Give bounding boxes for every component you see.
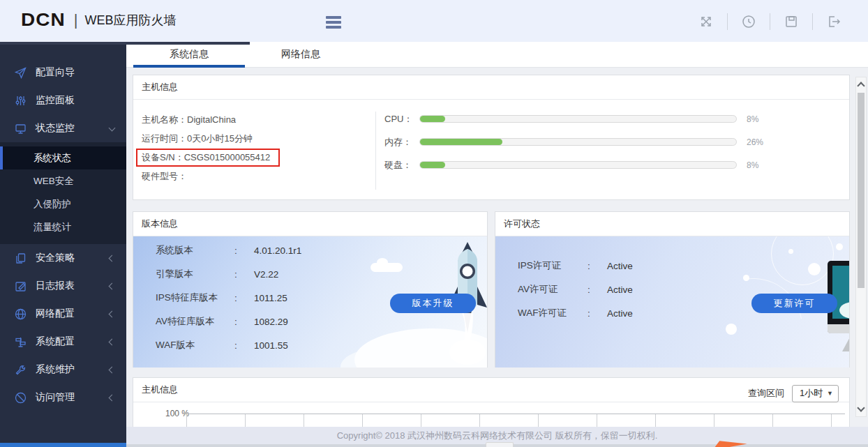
disk-gauge-track	[419, 161, 737, 169]
disk-gauge-fill	[420, 162, 445, 168]
license-panel-title: 许可状态	[495, 212, 849, 236]
license-status-panel: 许可状态 IPS许可证:Active AV许可证:Active WAF许可证:A…	[495, 211, 850, 368]
host-field-serial: 设备S/N：CSGS015000055412	[142, 148, 280, 167]
tab-system-info[interactable]: 系统信息	[133, 42, 245, 68]
host-info-panel: 主机信息 主机名称：DigitalChina 运行时间：0天0小时15分钟 设备…	[133, 75, 850, 200]
chevron-down-icon	[109, 125, 116, 132]
sidebar-item-system-maintenance[interactable]: 系统维护	[0, 356, 126, 384]
sidebar-subitem-intrusion-prevention[interactable]: 入侵防护	[0, 192, 126, 215]
dcn-logo: DCN	[21, 10, 66, 30]
disk-percent: 8%	[747, 160, 758, 170]
header-dark-notch	[0, 42, 250, 45]
memory-percent: 26%	[747, 137, 763, 147]
chevron-left-icon	[109, 255, 116, 262]
cpu-percent: 8%	[747, 114, 758, 124]
edit-icon	[15, 280, 27, 292]
y-axis-top-label: 100 %	[165, 409, 189, 418]
chevron-left-icon	[109, 367, 116, 374]
version-info-panel: 版本信息 系统版本:4.01.20.1r1 引擎版本:V2.22 IPS特征库版…	[133, 211, 488, 368]
host-chart-title: 主机信息	[142, 384, 178, 395]
sidebar-subitem-traffic-stats[interactable]: 流量统计	[0, 215, 126, 238]
icon-divider	[812, 13, 813, 30]
status-submenu: 系统状态 WEB安全 入侵防护 流量统计	[0, 142, 126, 244]
dot-decoration	[836, 243, 843, 250]
sidebar-item-system-config[interactable]: 系统配置	[0, 328, 126, 356]
sidebar: 配置向导 监控面板 状态监控 系统状态 WEB安全 入侵防护 流量统计 安全策略	[0, 42, 126, 447]
sidebar-item-label: 安全策略	[36, 252, 75, 264]
version-panel-title: 版本信息	[133, 212, 487, 236]
monitor-icon	[15, 123, 27, 135]
signpost-icon	[15, 336, 27, 348]
wrench-icon	[15, 364, 27, 376]
sidebar-item-label: 配置向导	[36, 66, 75, 79]
sidebar-item-security-policy[interactable]: 安全策略	[0, 244, 126, 272]
version-row: 引擎版本:V2.22	[133, 262, 487, 286]
interval-selected-value: 1小时	[800, 381, 827, 405]
clock-icon[interactable]	[741, 14, 756, 29]
sidebar-item-label: 访问管理	[36, 391, 75, 404]
logout-icon[interactable]	[826, 14, 841, 29]
sidebar-item-status-monitoring[interactable]: 状态监控	[0, 114, 126, 142]
sidebar-item-log-reports[interactable]: 日志报表	[0, 272, 126, 300]
icon-divider	[727, 13, 728, 30]
memory-gauge: 内存： 26%	[384, 130, 763, 153]
sidebar-item-access-management[interactable]: 访问管理	[0, 384, 126, 411]
version-row: WAF版本:1001.55	[133, 333, 487, 357]
sidebar-item-label: 网络配置	[36, 308, 75, 320]
save-icon[interactable]	[784, 14, 799, 29]
sidebar-item-label: 日志报表	[36, 280, 75, 292]
interval-select[interactable]: 1小时 ▼	[792, 385, 839, 402]
scroll-down-icon[interactable]	[857, 404, 865, 411]
version-row: 系统版本:4.01.20.1r1	[133, 238, 487, 262]
sidebar-item-monitor-panel[interactable]: 监控面板	[0, 86, 126, 114]
chevron-left-icon	[109, 311, 116, 318]
version-row: AV特征库版本:1082.29	[133, 310, 487, 333]
tab-bar: 系统信息 网络信息	[126, 42, 868, 68]
host-fields: 主机名称：DigitalChina 运行时间：0天0小时15分钟 设备S/N：C…	[142, 110, 280, 185]
prohibit-icon	[15, 392, 27, 404]
hamburger-menu-icon[interactable]	[326, 16, 341, 31]
sidebar-item-label: 系统维护	[36, 363, 75, 376]
sidebar-subitem-web-security[interactable]: WEB安全	[0, 169, 126, 192]
globe-icon	[15, 308, 27, 320]
bottom-strip-blue	[0, 443, 126, 447]
icon-divider	[770, 13, 770, 30]
host-field-name: 主机名称：DigitalChina	[142, 110, 280, 129]
host-field-uptime: 运行时间：0天0小时15分钟	[142, 129, 280, 148]
paper-plane-icon	[15, 67, 27, 79]
scrollbar-thumb[interactable]	[858, 93, 865, 288]
vertical-scrollbar[interactable]	[855, 77, 867, 417]
sidebar-item-network-config[interactable]: 网络配置	[0, 300, 126, 328]
resource-gauges: CPU： 8% 内存： 26% 硬盘： 8%	[384, 107, 763, 176]
cpu-gauge-fill	[420, 116, 445, 122]
arrange-arrows-icon[interactable]	[698, 14, 714, 29]
version-upgrade-button[interactable]: 版本升级	[390, 294, 476, 313]
monitor-stand-illustration	[842, 333, 849, 351]
brand: DCN | WEB应用防火墙	[21, 9, 176, 31]
sidebar-item-label: 监控面板	[36, 94, 75, 107]
license-row: IPS许可证:Active	[495, 254, 849, 278]
cpu-gauge: CPU： 8%	[384, 107, 763, 130]
chevron-left-icon	[109, 339, 116, 346]
update-license-button[interactable]: 更新许可	[751, 294, 837, 313]
copyright-text: Copyright© 2018 武汉神州数码云科网络技术有限公司 版权所有，保留…	[337, 430, 658, 441]
disk-gauge: 硬盘： 8%	[384, 153, 763, 176]
vertical-divider	[375, 112, 376, 190]
app-title: WEB应用防火墙	[84, 12, 176, 29]
memory-gauge-track	[419, 138, 737, 146]
sidebar-subitem-system-status[interactable]: 系统状态	[0, 146, 126, 169]
dropdown-caret-icon: ▼	[827, 381, 833, 405]
host-info-panel-title: 主机信息	[133, 75, 849, 100]
scroll-up-icon[interactable]	[857, 82, 865, 89]
chevron-left-icon	[109, 395, 116, 402]
sidebar-item-label: 系统配置	[36, 335, 75, 348]
sidebar-item-config-wizard[interactable]: 配置向导	[0, 59, 126, 86]
serial-highlight-box: 设备S/N：CSGS015000055412	[136, 149, 280, 167]
chevron-left-icon	[109, 283, 116, 290]
query-interval-label: 查询区间	[748, 381, 784, 405]
host-field-hardware-model: 硬件型号：	[142, 167, 280, 185]
bottom-illustration-box	[486, 442, 514, 447]
tab-network-info[interactable]: 网络信息	[245, 42, 357, 68]
pages-icon	[15, 252, 27, 264]
app-header: DCN | WEB应用防火墙	[0, 0, 868, 42]
